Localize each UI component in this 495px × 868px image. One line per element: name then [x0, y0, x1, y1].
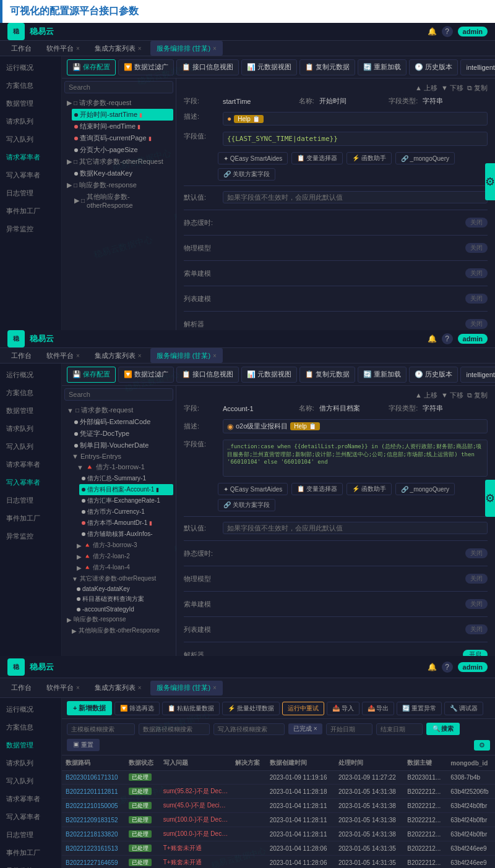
col-build-toggle[interactable]: 关闭: [465, 294, 488, 304]
chip-fn-helper[interactable]: ⚡ 函数助手: [346, 152, 392, 164]
filter-search-btn[interactable]: 🔍 搜索: [426, 723, 460, 735]
notification-icon2[interactable]: 🔔: [428, 334, 437, 343]
nav2-write-idempotent[interactable]: 写入幂率者: [0, 474, 61, 491]
tree-response[interactable]: ▶ □ 响应参数-response: [64, 179, 173, 191]
nav2-write-queue[interactable]: 写入队列: [0, 438, 61, 456]
tree2-exchange[interactable]: 借方汇率-ExchangeRate-1: [79, 495, 173, 506]
nav-write-queue[interactable]: 写入队列: [0, 130, 61, 148]
tree2-currency[interactable]: 借方币方-Currency-1: [79, 506, 173, 517]
code-input2[interactable]: _function:case when {{detailList.proName…: [223, 440, 488, 477]
btn-copy-meta[interactable]: 📋 复制元数据: [299, 59, 355, 75]
filter-reset-btn[interactable]: ▣ 重置: [67, 739, 100, 751]
nav2-down[interactable]: ▼ 下移: [441, 391, 463, 400]
tree2-amount[interactable]: 借方本币-AmountDr-1 ▮: [79, 517, 173, 529]
chip-var-selector[interactable]: 📋 变量选择器: [291, 152, 343, 164]
btn2-history[interactable]: 🕐 历史版本: [409, 367, 458, 383]
teal-side-btn1[interactable]: ⚙: [485, 163, 495, 200]
list2-build-toggle[interactable]: 关闭: [465, 599, 488, 609]
cell-code[interactable]: B20221218133820: [62, 827, 125, 841]
tree2-doctype[interactable]: 凭证字-DocType: [72, 428, 173, 440]
table-row[interactable]: B20221218133820 已处理 sum(100.0-)不是 Decim.…: [62, 827, 495, 841]
table-row[interactable]: B20221210150005 已处理 sum(45.0-)不是 Decima.…: [62, 799, 495, 813]
tree-page-size[interactable]: 分页大小-pageSize: [72, 144, 173, 156]
filter-write[interactable]: [213, 723, 285, 735]
filter-end[interactable]: [376, 723, 423, 735]
btn2-copy[interactable]: 📋 复制元数据: [299, 367, 355, 383]
btn2-interface[interactable]: 📋 接口信息视图: [176, 367, 239, 383]
nav-data-mgmt[interactable]: 数据管理: [0, 95, 61, 113]
nav3-request-idempotent[interactable]: 请求幂率者: [0, 790, 61, 808]
question-icon[interactable]: ?: [442, 26, 453, 37]
nav3-data-mgmt[interactable]: 数据管理: [0, 736, 61, 754]
teal-side-btn2[interactable]: ⚙: [485, 480, 495, 517]
nav3-write-queue[interactable]: 写入队列: [0, 772, 61, 790]
btn3-retry[interactable]: 运行中重试: [282, 702, 324, 715]
tab3-integration[interactable]: 集成方案列表 ×: [88, 681, 148, 696]
cell-code[interactable]: B20221209183152: [62, 813, 125, 827]
tree-search2[interactable]: [64, 388, 173, 401]
question-icon2[interactable]: ?: [442, 333, 453, 344]
btn2-meta[interactable]: 📊 元数据视图: [241, 367, 297, 383]
chip2-fn[interactable]: ⚡ 函数助手: [346, 483, 392, 495]
physical2-toggle[interactable]: 关闭: [465, 574, 488, 584]
tree-request[interactable]: ▶ □ 请求参数-request: [64, 97, 173, 109]
nav3-plan-info[interactable]: 方案信息: [0, 718, 61, 736]
table-row[interactable]: B20221223161513 已处理 T+账套未开通 2023-01-04 1…: [62, 841, 495, 856]
cell-code[interactable]: B20221201112811: [62, 785, 125, 799]
static2-toggle[interactable]: 关闭: [465, 548, 488, 558]
nav-log[interactable]: 日志管理: [0, 184, 61, 202]
filter-model[interactable]: [67, 723, 135, 735]
nav2-overview[interactable]: 运行概况: [0, 366, 61, 384]
tab2-service[interactable]: 服务编排排 (甘某) ×: [150, 348, 223, 363]
nav3-write-idempotent[interactable]: 写入幂率者: [0, 808, 61, 826]
nav-up[interactable]: ▲ 上移: [415, 83, 437, 93]
tab-workspace[interactable]: 工作台: [5, 41, 38, 56]
nav2-copy[interactable]: ⧉ 复制: [467, 391, 488, 400]
admin-badge[interactable]: admin: [458, 27, 488, 36]
btn3-debug[interactable]: 🔧 调试器: [444, 702, 483, 715]
tab-software[interactable]: 软件平台 ×: [40, 41, 86, 56]
nav-exception[interactable]: 异常监控: [0, 220, 61, 238]
table-row[interactable]: B20221201112811 已处理 sum(95.82-)不是 Decim.…: [62, 785, 495, 799]
btn2-reload[interactable]: 🔄 重新加载: [358, 367, 407, 383]
tree2-other-req[interactable]: ▼ 其它请求参数-otherRequest: [69, 573, 173, 584]
question-icon3[interactable]: ?: [442, 662, 453, 673]
tree2-account[interactable]: 借方科目档案-Account-1 ▮: [79, 484, 173, 495]
parser-toggle[interactable]: 关闭: [465, 319, 488, 329]
help-chip2[interactable]: Help 📋: [290, 422, 319, 430]
btn3-new[interactable]: + 新增数据: [67, 701, 112, 715]
cell-code[interactable]: B20221223161513: [62, 841, 125, 856]
nav2-event-factory[interactable]: 事件加工厂: [0, 509, 61, 527]
code-input[interactable]: {{LAST_SYNC_TIME|datetime}}: [223, 132, 488, 146]
chip2-qeasy[interactable]: ✦ QEasy SmartAides: [218, 483, 288, 495]
tab2-workspace[interactable]: 工作台: [5, 348, 38, 363]
tree-data-key[interactable]: 数据Key-dataKey: [72, 168, 173, 179]
btn-data-filter[interactable]: 🔽 数据过滤广: [118, 59, 174, 75]
chip-assoc[interactable]: 🔗 关联方案字段: [218, 168, 275, 181]
tree2-date[interactable]: 制单日期-VoucherDate: [72, 440, 173, 451]
btn-history[interactable]: 🕐 历史版本: [409, 59, 458, 75]
btn2-intelligent[interactable]: intelligent: [460, 367, 495, 383]
admin-badge2[interactable]: admin: [458, 334, 488, 344]
nav3-overview[interactable]: 运行概况: [0, 700, 61, 718]
tree2-request[interactable]: ▼ □ 请求参数-request: [64, 404, 173, 416]
admin-badge3[interactable]: admin: [458, 662, 488, 672]
tree2-summary[interactable]: 借方汇总-Summary-1: [79, 473, 173, 484]
nav3-request-queue[interactable]: 请求队列: [0, 754, 61, 772]
default-input[interactable]: [223, 191, 488, 203]
btn3-filter[interactable]: 🔽 筛选再选: [114, 702, 160, 715]
tab2-software[interactable]: 软件平台 ×: [40, 348, 86, 363]
tree2-entrys[interactable]: ▼ Entrys-Entrys: [69, 451, 173, 461]
nav2-request-queue[interactable]: 请求队列: [0, 420, 61, 438]
tab3-workspace[interactable]: 工作台: [5, 681, 38, 696]
col2-build-toggle[interactable]: 关闭: [465, 624, 488, 634]
tab-service[interactable]: 服务编排排 (甘某) ×: [150, 41, 223, 56]
btn3-paste[interactable]: 📋 粘贴批量数据: [162, 702, 220, 715]
tab2-integration[interactable]: 集成方案列表 ×: [88, 348, 148, 363]
tree-current-page[interactable]: 查询页码-currentPage ▮: [72, 132, 173, 144]
tree2-external[interactable]: 外部编码-ExternalCode: [72, 416, 173, 428]
tree2-auxinfos[interactable]: 借方辅助核算-AuxInfos-: [79, 529, 173, 540]
btn3-export[interactable]: 📤 导出: [362, 702, 395, 715]
tree2-borrow3[interactable]: ▶ 🔺 借方-3-borrow-3: [74, 540, 173, 551]
cell-code[interactable]: B20230106171310: [62, 771, 125, 785]
